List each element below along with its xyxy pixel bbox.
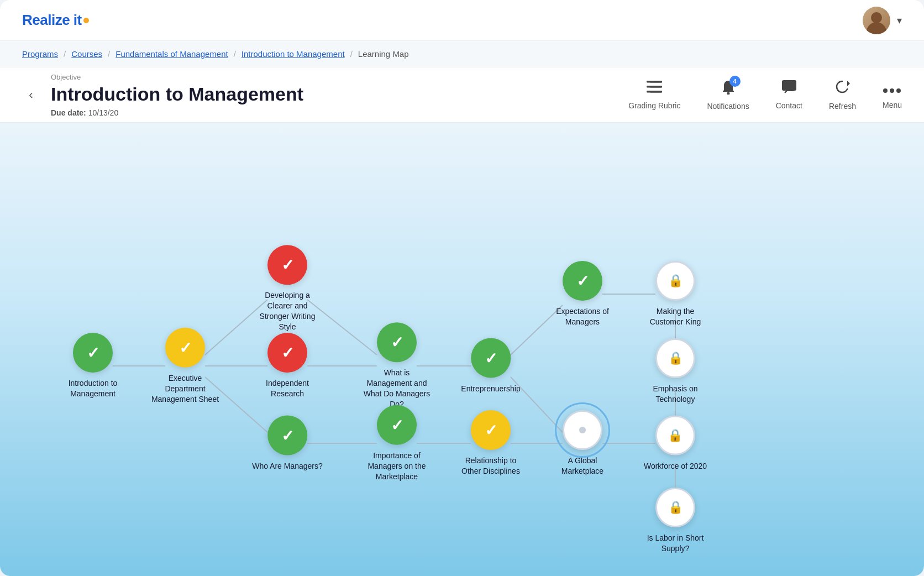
notifications-button[interactable]: 4 Notifications xyxy=(707,79,749,111)
node-label-indep-research: Independent Research xyxy=(251,378,323,399)
node-making-customer[interactable]: 🔒 Making the Customer King xyxy=(639,261,711,327)
node-expectations[interactable]: Expectations of Managers xyxy=(547,261,618,327)
focus-ring-global xyxy=(555,402,610,458)
node-circle-indep-research xyxy=(267,333,307,373)
breadcrumb-current: Learning Map xyxy=(358,49,409,59)
contact-label: Contact xyxy=(776,101,802,110)
avatar[interactable] xyxy=(863,7,890,34)
lock-icon-making-customer: 🔒 xyxy=(668,274,683,288)
title-block: Objective Introduction to Management Due… xyxy=(51,73,628,117)
breadcrumb-sep-2: / xyxy=(108,49,110,59)
breadcrumb-fundamentals[interactable]: Fundamentals of Management xyxy=(116,49,228,59)
breadcrumb-sep-4: / xyxy=(350,49,353,59)
dots-icon xyxy=(883,80,901,97)
svg-point-10 xyxy=(896,88,901,93)
logo: Realize it xyxy=(22,12,89,29)
node-label-exec-dept: Executive Department Management Sheet xyxy=(149,373,221,405)
checkmark-indep-research xyxy=(281,343,294,362)
node-who-managers[interactable]: Who Are Managers? xyxy=(252,416,323,472)
breadcrumb-courses[interactable]: Courses xyxy=(71,49,102,59)
node-label-labor: Is Labor in Short Supply? xyxy=(639,533,711,554)
logo-dot xyxy=(83,18,89,23)
node-circle-expectations xyxy=(563,261,602,301)
node-writing[interactable]: Developing a Clearer and Stronger Writin… xyxy=(251,245,323,332)
svg-point-8 xyxy=(883,88,888,93)
node-circle-labor: 🔒 xyxy=(655,488,695,527)
node-labor[interactable]: 🔒 Is Labor in Short Supply? xyxy=(639,488,711,554)
page-title: Introduction to Management xyxy=(51,83,628,105)
checkmark-writing xyxy=(281,255,294,274)
checkmark-expectations xyxy=(576,271,589,290)
node-circle-emphasis-tech: 🔒 xyxy=(655,338,695,378)
node-label-workforce: Workforce of 2020 xyxy=(644,461,707,472)
node-intro-mgmt[interactable]: Introduction to Management xyxy=(57,333,129,399)
refresh-button[interactable]: Refresh xyxy=(829,79,856,111)
node-label-relationship: Relationship to Other Disciplines xyxy=(455,455,527,476)
node-what-mgmt[interactable]: What is Management and What Do Managers … xyxy=(361,322,433,410)
node-label-intro-mgmt: Introduction to Management xyxy=(57,378,129,399)
due-date: Due date: 10/13/20 xyxy=(51,108,628,117)
node-label-who-managers: Who Are Managers? xyxy=(252,461,323,472)
checkmark-importance xyxy=(391,416,403,434)
contact-button[interactable]: Contact xyxy=(776,80,802,110)
svg-point-9 xyxy=(890,88,894,93)
node-label-what-mgmt: What is Management and What Do Managers … xyxy=(361,368,433,410)
node-circle-what-mgmt xyxy=(377,322,417,362)
node-entreprenuership[interactable]: Entreprenuership xyxy=(461,338,520,394)
bell-icon: 4 xyxy=(721,79,736,98)
logo-text: Realize it xyxy=(22,12,82,29)
grading-rubric-button[interactable]: Grading Rubric xyxy=(628,80,680,110)
back-button[interactable]: ‹ xyxy=(22,86,40,104)
list-icon xyxy=(647,80,662,98)
checkmark-what-mgmt xyxy=(391,333,403,352)
notifications-label: Notifications xyxy=(707,102,749,111)
checkmark-relationship xyxy=(485,421,497,439)
refresh-label: Refresh xyxy=(829,102,856,111)
node-circle-writing xyxy=(267,245,307,285)
node-circle-importance xyxy=(377,405,417,445)
node-circle-exec-dept xyxy=(165,328,205,368)
objective-label: Objective xyxy=(51,73,628,81)
node-workforce[interactable]: 🔒 Workforce of 2020 xyxy=(644,416,707,472)
avatar-image xyxy=(863,7,890,34)
learning-map: Introduction to Management Executive Dep… xyxy=(0,123,924,576)
svg-rect-4 xyxy=(650,86,662,88)
breadcrumb-programs[interactable]: Programs xyxy=(22,49,58,59)
node-global[interactable]: A Global Marketplace xyxy=(547,410,618,476)
node-label-importance: Importance of Managers on the Marketplac… xyxy=(361,451,433,482)
node-exec-dept[interactable]: Executive Department Management Sheet xyxy=(149,328,221,405)
svg-point-6 xyxy=(727,92,729,95)
profile-dropdown-chevron[interactable]: ▾ xyxy=(897,14,902,27)
svg-rect-3 xyxy=(650,81,662,83)
lock-icon-workforce: 🔒 xyxy=(668,428,683,443)
node-label-making-customer: Making the Customer King xyxy=(639,306,711,327)
refresh-icon xyxy=(834,79,850,98)
breadcrumb-intro[interactable]: Introduction to Management xyxy=(242,49,345,59)
svg-rect-5 xyxy=(650,91,662,93)
node-circle-entreprenuership xyxy=(471,338,511,378)
toolbar: ‹ Objective Introduction to Management D… xyxy=(0,67,924,123)
node-emphasis-tech[interactable]: 🔒 Emphasis on Technology xyxy=(639,338,711,405)
node-circle-relationship xyxy=(471,410,511,450)
node-relationship[interactable]: Relationship to Other Disciplines xyxy=(455,410,527,476)
node-label-expectations: Expectations of Managers xyxy=(547,306,618,327)
checkmark-who-managers xyxy=(281,426,294,445)
header: Realize it ▾ xyxy=(0,0,924,41)
grading-rubric-label: Grading Rubric xyxy=(628,101,680,110)
toolbar-actions: Grading Rubric 4 Notifications xyxy=(628,79,902,111)
node-label-global: A Global Marketplace xyxy=(547,455,618,476)
checkmark-exec-dept xyxy=(179,338,192,357)
node-indep-research[interactable]: Independent Research xyxy=(251,333,323,399)
checkmark-intro-mgmt xyxy=(87,343,99,362)
node-label-emphasis-tech: Emphasis on Technology xyxy=(639,384,711,405)
checkmark-entreprenuership xyxy=(485,349,497,368)
lock-icon-emphasis-tech: 🔒 xyxy=(668,351,683,365)
node-importance[interactable]: Importance of Managers on the Marketplac… xyxy=(361,405,433,482)
notification-badge: 4 xyxy=(729,76,741,87)
chat-icon xyxy=(781,80,797,98)
node-circle-intro-mgmt xyxy=(73,333,113,373)
menu-button[interactable]: Menu xyxy=(883,80,902,109)
node-label-writing: Developing a Clearer and Stronger Writin… xyxy=(251,290,323,332)
node-circle-who-managers xyxy=(267,416,307,455)
breadcrumb-sep-3: / xyxy=(234,49,236,59)
